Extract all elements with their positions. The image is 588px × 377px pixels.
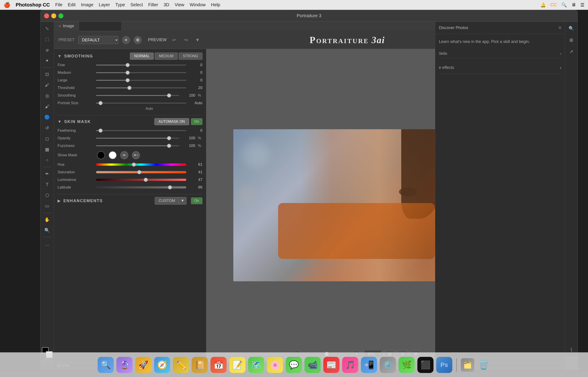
dock-terminal[interactable]: ⬛ [417, 357, 434, 373]
tool-shape[interactable]: ▭ [42, 201, 52, 211]
custom-button[interactable]: CUSTOM [155, 197, 179, 205]
discover-header[interactable]: Discover Photos ≡ [435, 22, 565, 34]
display-icon[interactable]: 🖥 [571, 2, 576, 7]
threshold-slider-track[interactable] [96, 87, 186, 88]
dock-finder[interactable]: 🔍 [98, 357, 114, 373]
preset-select[interactable]: DEFAULT [78, 36, 118, 44]
dock-photoshop[interactable]: Ps [436, 357, 452, 373]
skills-link[interactable]: Skills › [439, 49, 561, 58]
right-layout-icon[interactable]: ⊞ [566, 35, 576, 45]
dock-pencil[interactable]: ✏️ [173, 357, 189, 373]
fine-slider-track[interactable] [96, 65, 186, 66]
portrait-size-slider-thumb[interactable] [99, 101, 102, 105]
right-arrow-icon[interactable]: ↗ [566, 47, 576, 57]
dock-safari[interactable]: 🧭 [154, 357, 170, 373]
dock-news[interactable]: 📰 [323, 357, 339, 373]
menu-select[interactable]: Select [130, 2, 143, 7]
automask-on-button[interactable]: AUTOMASK ON [154, 118, 189, 125]
dock-calendar[interactable]: 📅 [211, 357, 227, 373]
tool-magic-wand[interactable]: ✦ [42, 56, 52, 66]
dock-music[interactable]: 🎵 [342, 357, 358, 373]
menu-extra-icon[interactable]: ☰ [580, 2, 584, 8]
menu-layer[interactable]: Layer [99, 2, 110, 7]
dock-photos[interactable]: 🌸 [267, 357, 283, 373]
hue-slider-thumb[interactable] [132, 163, 136, 166]
feathering-slider-track[interactable] [96, 130, 186, 131]
tool-crop[interactable]: ⊡ [42, 69, 52, 79]
maximize-button[interactable] [58, 13, 63, 18]
app-name[interactable]: Photoshop CC [16, 2, 50, 8]
add-preset-button[interactable]: + [122, 36, 130, 44]
tool-lasso[interactable]: ⌀ [42, 45, 52, 55]
tool-brush[interactable]: 🖌 [42, 102, 52, 111]
dock-messages[interactable]: 💬 [286, 357, 302, 373]
fine-slider-thumb[interactable] [126, 63, 130, 67]
tool-eyedropper[interactable]: 🖋 [42, 80, 52, 90]
preview-toggle-button[interactable]: ▼ [193, 36, 201, 44]
menu-window[interactable]: Window [190, 2, 206, 7]
menu-3d[interactable]: 3D [164, 2, 170, 7]
menu-help[interactable]: Help [211, 2, 220, 7]
portrait-size-slider-track[interactable] [96, 103, 186, 104]
fuzziness-slider-thumb[interactable] [167, 144, 171, 148]
fuzziness-slider-track[interactable] [96, 145, 179, 146]
mask-white-button[interactable] [109, 151, 117, 159]
right-search-icon[interactable]: 🔍 [566, 24, 576, 33]
tool-hand[interactable]: ✋ [42, 215, 52, 224]
menu-type[interactable]: Type [115, 2, 125, 7]
skin-mask-toggle[interactable]: ▼ [58, 119, 62, 124]
dock-maps[interactable]: 🗺️ [248, 357, 264, 373]
menu-image[interactable]: Image [81, 2, 93, 7]
minimize-button[interactable] [51, 13, 56, 18]
tool-pen[interactable]: ✒ [42, 169, 52, 179]
opacity-slider-thumb[interactable] [167, 136, 171, 140]
mask-picker-add-button[interactable]: ✒+ [132, 151, 140, 159]
tool-dodge[interactable]: ○ [42, 155, 52, 165]
search-top-icon[interactable]: 🔍 [561, 2, 567, 8]
dock-notebook[interactable]: 📔 [192, 357, 208, 373]
skin-mask-on-button[interactable]: On [191, 118, 202, 125]
medium-slider-thumb[interactable] [126, 71, 130, 75]
saturation-slider-track[interactable] [96, 171, 186, 173]
dock-rocket[interactable]: 🚀 [135, 357, 151, 373]
tool-more[interactable]: … [42, 239, 52, 249]
dock-robin[interactable]: 🌿 [399, 357, 415, 373]
tool-heal[interactable]: ◎ [42, 91, 52, 101]
latitude-slider-thumb[interactable] [168, 185, 172, 189]
enhancements-toggle[interactable]: ▶ [58, 198, 61, 203]
luminance-slider-thumb[interactable] [144, 178, 148, 182]
saturation-slider-thumb[interactable] [137, 170, 141, 174]
close-button[interactable] [44, 13, 49, 18]
tab-image[interactable]: ✕ Image [54, 22, 79, 31]
custom-dropdown-button[interactable]: ▼ [179, 197, 187, 205]
menu-edit[interactable]: Edit [68, 2, 75, 7]
tool-zoom[interactable]: 🔍 [42, 225, 52, 235]
smoothing-slider-track[interactable] [96, 95, 179, 96]
latitude-slider-track[interactable] [96, 186, 186, 188]
dock-appstore[interactable]: 📲 [361, 357, 377, 373]
hue-slider-track[interactable] [96, 164, 186, 166]
tool-move[interactable]: ⤡ [42, 24, 52, 33]
smoothing-slider-thumb[interactable] [167, 94, 171, 97]
mode-strong-button[interactable]: STRONG [179, 53, 202, 60]
feathering-slider-thumb[interactable] [99, 129, 102, 133]
undo-button[interactable]: ↩ [170, 36, 178, 44]
tool-type[interactable]: T [42, 179, 52, 189]
dock-facetime[interactable]: 📹 [304, 357, 321, 373]
opacity-slider-track[interactable] [96, 138, 179, 139]
dock-siri[interactable]: 🔮 [116, 357, 133, 373]
redo-button[interactable]: ↪ [182, 36, 190, 44]
discover-chevron-icon[interactable]: ≡ [558, 25, 561, 31]
dock-recent-folder[interactable]: 🗂️ [461, 358, 474, 372]
luminance-slider-track[interactable] [96, 179, 186, 181]
large-slider-thumb[interactable] [126, 78, 130, 82]
menu-view[interactable]: View [175, 2, 184, 7]
mode-medium-button[interactable]: MEDIUM [155, 53, 178, 60]
dock-trash[interactable]: 🗑️ [477, 358, 490, 372]
mask-black-button[interactable] [97, 151, 105, 159]
cc-icon[interactable]: CC [550, 2, 557, 7]
dock-notes[interactable]: 📝 [229, 357, 245, 373]
mode-normal-button[interactable]: NORMAL [130, 53, 154, 60]
medium-slider-track[interactable] [96, 72, 186, 73]
tool-gradient[interactable]: ▦ [42, 144, 52, 154]
